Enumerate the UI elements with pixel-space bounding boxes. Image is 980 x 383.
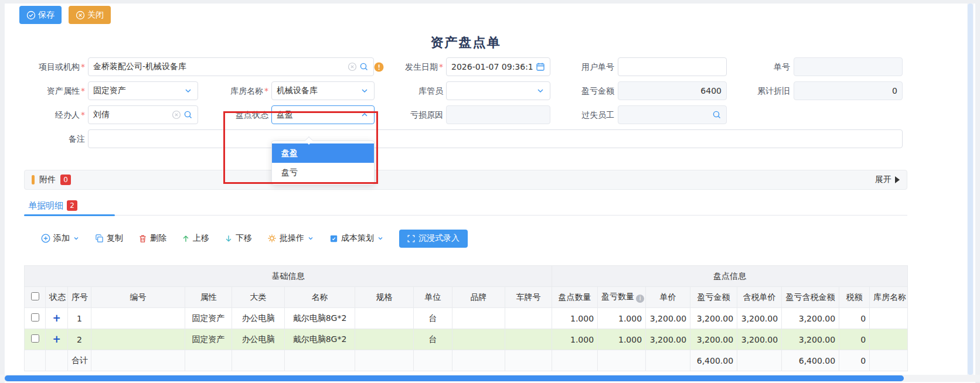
operator-label: 经办人 — [13, 105, 85, 124]
close-button[interactable]: 关闭 — [69, 6, 111, 24]
keeper-label: 库管员 — [392, 81, 443, 100]
dropdown-option-surplus[interactable]: 盘盈 — [272, 143, 374, 163]
cost-plan-button[interactable]: 成本策划 — [329, 233, 384, 244]
delete-button[interactable]: 删除 — [138, 233, 166, 244]
col-pl-qty-label: 盈亏数量 — [601, 292, 634, 301]
expand-toggle[interactable]: 展开 — [875, 175, 900, 185]
col-plate: 车牌号 — [505, 287, 552, 308]
save-button[interactable]: 保存 — [19, 6, 62, 24]
clear-icon[interactable] — [172, 110, 181, 119]
calendar-icon[interactable] — [536, 62, 545, 71]
cell-brand — [452, 329, 505, 350]
copy-button[interactable]: 复制 — [95, 233, 123, 244]
warehouse-select[interactable]: 机械设备库 — [271, 81, 375, 100]
cell-attr: 固定资产 — [185, 308, 232, 329]
warehouse-value: 机械设备库 — [277, 86, 358, 96]
pl-amount-label: 盈亏金额 — [551, 81, 614, 100]
content-card: 保存 关闭 资产盘点单 项目或机构 金桥装配公司-机械设备库 发生日期 2026… — [5, 4, 975, 383]
detail-table: 基础信息 盘点信息 状态 序号 编号 属性 大类 名称 规格 单位 品牌 车牌号… — [24, 265, 908, 371]
horizontal-scrollbar-track[interactable] — [0, 375, 980, 382]
vertical-scrollbar-thumb[interactable] — [968, 4, 973, 375]
fullscreen-corners-icon — [407, 235, 415, 242]
gear-icon — [267, 234, 277, 243]
move-down-button[interactable]: 下移 — [224, 233, 252, 244]
total-pl-amount: 6,400.00 — [690, 350, 737, 371]
user-no-label: 用户单号 — [551, 57, 614, 76]
group-basic-info: 基础信息 — [25, 266, 552, 287]
copy-icon — [95, 234, 104, 243]
batch-ops-button[interactable]: 批操作 — [267, 233, 314, 244]
dropdown-option-deficit[interactable]: 盘亏 — [272, 163, 374, 182]
remark-input[interactable] — [88, 129, 903, 148]
acc-dep-label: 累计折旧 — [727, 81, 790, 100]
cost-plan-button-label: 成本策划 — [341, 233, 374, 244]
total-empty-cell — [646, 350, 690, 371]
operator-input[interactable]: 刘倩 — [88, 105, 198, 124]
search-icon[interactable] — [712, 110, 722, 119]
search-icon[interactable] — [359, 62, 369, 71]
col-attr: 属性 — [185, 287, 232, 308]
move-up-button[interactable]: 上移 — [182, 233, 209, 244]
plus-status-icon[interactable]: + — [52, 333, 60, 345]
group-inventory-info: 盘点信息 — [552, 266, 908, 287]
immersive-entry-button[interactable]: 沉浸式录入 — [399, 230, 468, 248]
date-label: 发生日期 — [380, 57, 443, 76]
acc-dep-input: 0 — [794, 81, 903, 100]
chevron-down-icon — [360, 86, 369, 95]
select-all-checkbox[interactable] — [31, 292, 39, 300]
arrow-down-icon — [224, 234, 233, 243]
user-no-input[interactable] — [618, 57, 727, 76]
keeper-select[interactable] — [446, 81, 550, 100]
tab-strip: 单据明细 2 — [24, 197, 907, 216]
date-input[interactable]: 2026-01-07 09:36:16 — [446, 57, 550, 76]
plus-status-icon[interactable]: + — [52, 312, 60, 324]
table-row-selected[interactable]: + 2 固定资产 办公电脑 戴尔电脑8G*2 台 1.000 1.000 3,2… — [25, 329, 908, 350]
add-button-label: 添加 — [53, 233, 70, 244]
col-pl-amount: 盈亏金额 — [690, 287, 737, 308]
project-input[interactable]: 金桥装配公司-机械设备库 — [88, 57, 374, 76]
remark-label: 备注 — [13, 129, 85, 148]
arrow-up-icon — [182, 234, 190, 243]
close-button-label: 关闭 — [87, 10, 104, 20]
add-button[interactable]: 添加 — [41, 233, 80, 244]
horizontal-scrollbar-thumb[interactable] — [5, 375, 904, 381]
asset-attr-select[interactable]: 固定资产 — [88, 81, 198, 100]
total-empty-cell — [414, 350, 452, 371]
cell-pl-tax-amount: 3,200.00 — [782, 308, 839, 329]
row-checkbox[interactable] — [31, 334, 39, 343]
attachment-bar[interactable]: 附件 0 展开 — [24, 170, 907, 190]
total-empty-cell — [452, 350, 505, 371]
total-label: 合计 — [68, 350, 91, 371]
cell-pl-tax-amount: 3,200.00 — [782, 329, 839, 350]
chevron-down-icon — [307, 235, 314, 242]
chevron-up-icon — [360, 110, 369, 119]
vertical-scrollbar-track[interactable] — [967, 4, 974, 375]
immersive-entry-button-label: 沉浸式录入 — [418, 233, 460, 244]
cell-price: 3,200.00 — [646, 308, 690, 329]
cell-warehouse — [870, 308, 908, 329]
total-empty-cell — [870, 350, 908, 371]
row-select-cell — [25, 308, 46, 329]
row-status-cell: + — [46, 308, 68, 329]
col-name: 名称 — [285, 287, 355, 308]
total-empty-cell — [505, 350, 552, 371]
table-row[interactable]: + 1 固定资产 办公电脑 戴尔电脑8G*2 台 1.000 1.000 3,2… — [25, 308, 908, 329]
cell-seq: 2 — [68, 329, 91, 350]
fault-emp-input — [618, 105, 727, 124]
clear-icon[interactable] — [348, 62, 357, 71]
cell-pl-qty: 1.000 — [598, 329, 646, 350]
search-icon[interactable] — [183, 110, 193, 119]
cell-unit: 台 — [414, 329, 452, 350]
tab-detail[interactable]: 单据明细 2 — [28, 197, 77, 214]
fault-emp-label: 过失员工 — [551, 105, 614, 124]
total-empty-cell — [285, 350, 355, 371]
row-checkbox[interactable] — [31, 313, 39, 322]
total-empty-cell — [598, 350, 646, 371]
status-select[interactable]: 盘盈 — [271, 105, 375, 124]
section-marker-bar — [32, 175, 35, 184]
total-empty-cell — [552, 350, 598, 371]
total-empty-cell — [25, 350, 46, 371]
info-icon[interactable]: i — [636, 295, 644, 303]
total-tax: 0 — [839, 350, 870, 371]
total-row: 合计 6,400.00 6,400.00 0 — [25, 350, 908, 371]
